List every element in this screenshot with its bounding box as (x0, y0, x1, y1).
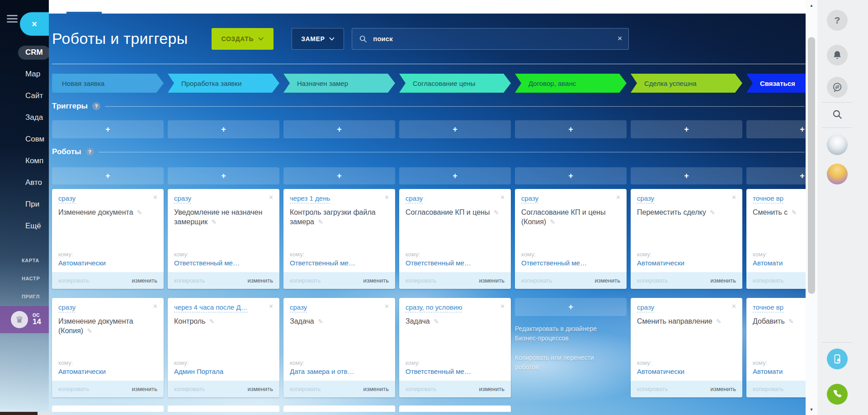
copy-button[interactable]: копировать (290, 386, 321, 392)
add-button[interactable]: + (168, 120, 279, 138)
robot-assignee-link[interactable]: Ответственный ме… (406, 259, 505, 267)
stage-chip[interactable]: Новая заявка (52, 74, 164, 93)
stage-chip[interactable]: Проработка заявки (168, 74, 279, 93)
add-button[interactable]: + (746, 120, 806, 138)
robot-when-link[interactable]: сразу, по условию (406, 303, 462, 312)
edit-button[interactable]: изменить (247, 277, 273, 284)
upgrade-banner[interactable]: ♛ ОС 14 (0, 306, 49, 333)
help-button[interactable]: ? (827, 10, 848, 31)
add-button[interactable]: + (52, 120, 164, 138)
close-icon[interactable]: × (616, 194, 620, 201)
copy-button[interactable]: копировать (174, 386, 205, 392)
clear-search-icon[interactable]: × (618, 34, 623, 43)
edit-pencil-icon[interactable]: ✎ (434, 318, 439, 325)
stage-chip[interactable]: Назначен замер (283, 74, 395, 93)
search-input[interactable] (373, 35, 612, 42)
panel-search-button[interactable] (827, 104, 848, 125)
robot-when-link[interactable]: сразу (58, 194, 75, 203)
close-icon[interactable]: × (385, 194, 389, 201)
vertical-scrollbar[interactable]: ▲ ▼ (806, 0, 817, 415)
edit-pencil-icon[interactable]: ✎ (716, 318, 722, 325)
copy-button[interactable]: копировать (753, 386, 783, 392)
edit-button[interactable]: изменить (132, 386, 157, 392)
user-avatar[interactable] (827, 164, 848, 184)
robot-assignee-link[interactable]: Автоматически (58, 259, 157, 267)
robot-when-link[interactable]: точное вр (753, 303, 783, 312)
bp-designer-link[interactable]: Редактировать в дизайнере Бизнес-процесс… (515, 324, 610, 343)
copy-button[interactable]: копировать (58, 386, 89, 392)
sidebar-item-crm[interactable]: CRM (0, 42, 49, 63)
robot-when-link[interactable]: сразу (58, 303, 75, 312)
add-button[interactable]: + (283, 120, 395, 138)
copy-button[interactable]: копировать (58, 277, 89, 284)
close-icon[interactable]: × (732, 194, 736, 201)
robot-when-link[interactable]: сразу (290, 303, 307, 312)
robot-when-link[interactable]: сразу (637, 194, 654, 203)
edit-pencil-icon[interactable]: ✎ (710, 209, 715, 216)
stage-chip[interactable]: Согласование цены (399, 74, 511, 93)
add-button[interactable]: + (399, 167, 511, 184)
add-button[interactable]: + (746, 167, 806, 184)
edit-pencil-icon[interactable]: ✎ (792, 209, 797, 216)
edit-button[interactable]: изменить (132, 277, 157, 284)
robot-assignee-link[interactable]: Ответственный ме… (174, 259, 273, 267)
edit-pencil-icon[interactable]: ✎ (318, 318, 323, 325)
edit-button[interactable]: изменить (710, 386, 736, 392)
close-icon[interactable]: × (385, 303, 389, 310)
close-icon[interactable]: × (500, 303, 505, 310)
robot-assignee-link[interactable]: Автоматически (637, 259, 736, 267)
robot-when-link[interactable]: сразу (406, 194, 423, 203)
call-button[interactable] (827, 384, 848, 405)
messenger-button[interactable] (827, 77, 848, 98)
sidebar-item-совм[interactable]: Совм (0, 128, 49, 150)
sidebar-item-мар[interactable]: Мар (0, 63, 49, 85)
menu-toggle-icon[interactable] (7, 15, 18, 23)
sidebar-settings-item[interactable]: ПРИГЛ (0, 288, 49, 306)
copy-button[interactable]: копировать (637, 386, 668, 392)
edit-button[interactable]: изменить (710, 277, 736, 284)
copy-button[interactable]: копировать (174, 277, 205, 284)
add-button[interactable]: + (399, 120, 511, 138)
close-icon[interactable]: × (732, 303, 736, 310)
close-icon[interactable]: × (153, 194, 157, 201)
add-button[interactable]: + (283, 167, 395, 184)
edit-button[interactable]: изменить (363, 386, 389, 392)
close-icon[interactable]: × (269, 303, 273, 310)
sidebar-item-сайт[interactable]: Сайт (0, 85, 49, 107)
add-button[interactable]: + (168, 167, 279, 184)
sidebar-item-зада[interactable]: Зада (0, 107, 49, 128)
robot-assignee-link[interactable]: Ответственный ме… (521, 259, 620, 267)
add-robot-button[interactable]: + (515, 298, 627, 316)
robot-when-link[interactable]: через 1 день (290, 194, 330, 203)
stage-chip[interactable]: Договор, аванс (515, 74, 627, 93)
edit-button[interactable]: изменить (479, 386, 505, 392)
robot-when-link[interactable]: сразу (521, 194, 538, 203)
scrollbar-thumb[interactable] (808, 37, 815, 294)
sidebar-item-комп[interactable]: Комп (0, 150, 49, 172)
scroll-down-arrow[interactable]: ▼ (806, 405, 817, 414)
add-button[interactable]: + (631, 167, 742, 184)
robot-assignee-link[interactable]: Дата замера и отв… (290, 368, 389, 375)
robot-when-link[interactable]: сразу (637, 303, 654, 312)
edit-pencil-icon[interactable]: ✎ (550, 218, 556, 226)
edit-pencil-icon[interactable]: ✎ (87, 327, 93, 335)
robot-when-link[interactable]: точное вр (753, 194, 783, 203)
sidebar-settings-item[interactable]: КАРТА (0, 251, 49, 269)
close-icon[interactable]: × (269, 194, 273, 201)
copy-button[interactable]: копировать (290, 277, 321, 284)
close-icon[interactable]: × (153, 303, 157, 310)
sidebar-item-при[interactable]: При (0, 193, 49, 215)
stage-chip[interactable]: Связаться (746, 74, 806, 93)
create-button[interactable]: СОЗДАТЬ (212, 28, 274, 50)
close-icon[interactable]: × (32, 19, 37, 29)
edit-pencil-icon[interactable]: ✎ (494, 209, 499, 216)
scroll-up-arrow[interactable]: ▲ (806, 1, 817, 10)
mobile-app-button[interactable] (827, 349, 848, 369)
edit-button[interactable]: изменить (479, 277, 505, 284)
stage-chip[interactable]: Сделка успешна (631, 74, 742, 93)
sidebar-item-авто[interactable]: Авто (0, 172, 49, 193)
sidebar-settings-item[interactable]: НАСТР (0, 269, 49, 288)
robot-assignee-link[interactable]: Ответственный ме… (406, 368, 505, 375)
edit-pencil-icon[interactable]: ✎ (318, 218, 323, 226)
robot-assignee-link[interactable]: Автомати (753, 259, 806, 267)
